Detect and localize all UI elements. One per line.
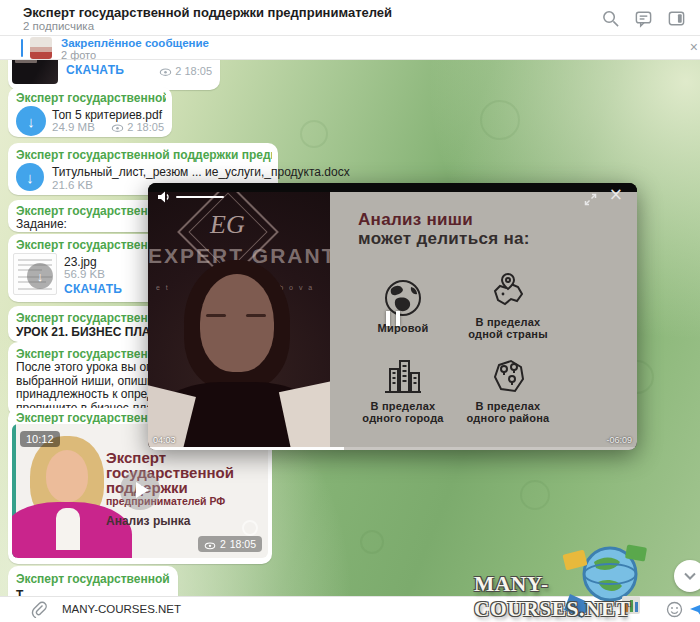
subscriber-count: 2 подписчика (23, 20, 94, 32)
file-download-icon[interactable]: ↓ (16, 163, 44, 191)
district-map-icon (487, 355, 529, 397)
send-icon[interactable] (690, 601, 700, 619)
slide-title-line1: Анализ ниши (358, 210, 473, 230)
country-map-icon (487, 271, 529, 313)
message-partial: Эксперт государственной поддерж... T (8, 566, 178, 596)
video-subtitle: Анализ рынка (106, 514, 190, 528)
slide-title-line2: может делиться на: (358, 229, 530, 249)
play-icon[interactable] (120, 470, 160, 510)
player-webcam-region: EG EXPERT GRANTA e t t l e b o v a (148, 192, 330, 450)
player-remaining-time: -06:09 (606, 435, 632, 445)
paperclip-icon[interactable] (30, 601, 47, 618)
download-link[interactable]: СКАЧАТЬ (64, 282, 122, 296)
file-name[interactable]: Топ 5 критериев.pdf (52, 108, 162, 122)
file-download-icon[interactable]: ↓ (16, 106, 46, 136)
message-input[interactable]: MANY-COURSES.NET (62, 603, 181, 615)
pause-icon[interactable] (386, 311, 400, 326)
video-duration-badge: 10:12 (20, 431, 60, 447)
player-slide-region: Анализ ниши может делиться на: Мировой В… (330, 192, 637, 450)
download-link[interactable]: СКАЧАТЬ (66, 63, 124, 77)
volume-slider[interactable] (176, 196, 224, 198)
search-icon[interactable] (601, 9, 620, 28)
pip-video-player[interactable]: EG EXPERT GRANTA e t t l e b o v a Анали… (148, 183, 637, 450)
slide-item-district: В пределаходного района (448, 355, 568, 424)
player-current-time: 04:03 (153, 435, 176, 445)
file-name[interactable]: 23.jpg (64, 255, 97, 269)
brand-handle-left: e t (156, 284, 170, 291)
file-size: 56.9 KB (64, 268, 105, 280)
channel-watermark-icon (242, 520, 258, 536)
sidebar-toggle-icon[interactable] (667, 9, 686, 28)
discussion-icon[interactable] (634, 9, 653, 28)
message-time: 18:05 (136, 121, 164, 133)
emoji-icon[interactable] (666, 601, 683, 618)
city-buildings-icon (382, 355, 424, 397)
message-time: 18:05 (230, 538, 256, 550)
sender-name[interactable]: Эксперт государственной поддерж... (16, 91, 166, 105)
pinned-thumbnail (30, 37, 52, 59)
scroll-to-bottom-button[interactable] (674, 560, 700, 592)
brand-monogram: EG (210, 210, 245, 240)
close-icon[interactable]: × (690, 39, 698, 55)
file-name[interactable]: Титульный_лист,_резюм ... ие_услуги,_про… (52, 165, 350, 179)
seek-bar[interactable] (148, 447, 637, 450)
pinned-message-bar[interactable]: Закреплённое сообщение 2 фото × (0, 36, 700, 60)
pinned-meta: 2 фото (61, 49, 96, 61)
message-composer[interactable]: MANY-COURSES.NET (0, 596, 700, 622)
message-file-pdf: Эксперт государственной поддерж... ↓ Топ… (8, 87, 172, 137)
download-overlay-icon[interactable]: ↓ (27, 263, 53, 289)
sender-name[interactable]: Эксперт государственной поддерж... (16, 572, 172, 586)
file-size: 24.9 MB (52, 121, 95, 133)
slide-item-city: В пределаходного города (343, 355, 463, 424)
file-size: 21.6 KB (52, 179, 93, 191)
view-count: 2 (220, 538, 226, 550)
telegram-window: Эксперт государственной поддержки предпр… (0, 0, 700, 622)
eye-icon (111, 123, 124, 132)
chat-header: Эксперт государственной поддержки предпр… (0, 0, 700, 36)
message-photo-download: СКАЧАТЬ 2 18:05 (8, 60, 220, 90)
channel-title: Эксперт государственной поддержки предпр… (23, 5, 392, 20)
slide-item-country: В пределаходной страны (448, 271, 568, 340)
eye-icon (159, 67, 172, 76)
slide-item-world: Мировой (343, 277, 463, 334)
mute-icon[interactable] (157, 190, 172, 204)
pinned-label: Закреплённое сообщение (61, 37, 209, 49)
pinned-accent-line (21, 39, 23, 57)
sender-name[interactable]: Эксперт государственной поддержки предпр… (16, 148, 272, 162)
chevron-down-icon (682, 568, 698, 584)
eye-icon (204, 540, 216, 548)
message-text: Задание: (16, 217, 67, 231)
message-time: 18:05 (184, 65, 212, 77)
view-count: 2 (175, 65, 181, 77)
image-preview[interactable]: ↓ (13, 253, 57, 295)
photo-thumbnail[interactable] (12, 60, 58, 84)
close-icon[interactable]: × (609, 184, 623, 204)
view-count: 2 (127, 121, 133, 133)
expand-icon[interactable] (584, 192, 597, 205)
